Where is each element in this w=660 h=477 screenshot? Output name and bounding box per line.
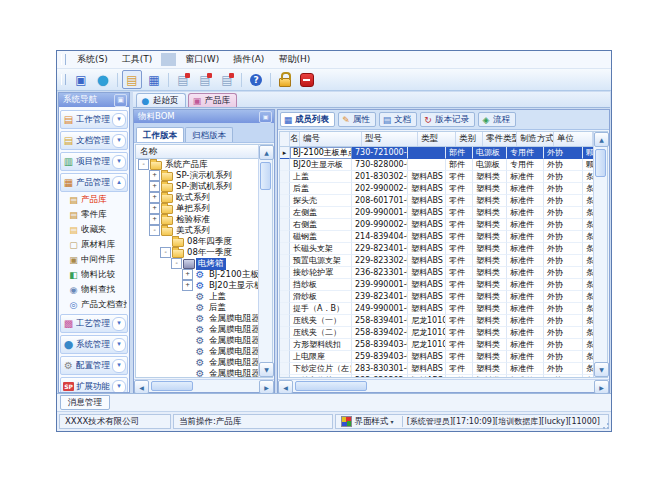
scroll-up-icon[interactable]: ▲	[259, 145, 274, 160]
scrollbar-thumb[interactable]	[260, 162, 271, 190]
sidebar-entry[interactable]: 物料比较	[60, 267, 128, 282]
table-row[interactable]: 上盖 201-830302-00I 塑料ABS 零件 塑料类 标准件 外协 条	[280, 171, 593, 183]
scroll-up-icon[interactable]: ▲	[594, 132, 609, 147]
tree-expander-icon[interactable]	[182, 346, 193, 357]
toolbar-button[interactable]	[71, 70, 91, 89]
toolbar-button[interactable]	[93, 70, 113, 89]
member-tab[interactable]: 版本记录	[420, 112, 475, 127]
toolbar-button[interactable]	[246, 70, 266, 89]
tree-node[interactable]: 上盖	[136, 291, 258, 302]
scroll-left-icon[interactable]: ◀	[278, 380, 293, 394]
chevron-icon[interactable]: ▾	[112, 380, 126, 393]
grid-horizontal-scrollbar[interactable]: ◀ ▶	[278, 379, 609, 392]
menu-item[interactable]	[161, 53, 176, 66]
chevron-icon[interactable]: ▾	[112, 134, 126, 148]
tree-node[interactable]: - 美式系列	[136, 225, 258, 236]
bom-version-tab[interactable]: 工作版本	[136, 127, 184, 142]
menu-item[interactable]: 插件(A)	[226, 52, 271, 67]
tree-vertical-scrollbar[interactable]: ▲ ▼	[258, 145, 272, 377]
tree-expander-icon[interactable]	[182, 302, 193, 313]
toolbar-button[interactable]	[270, 73, 271, 87]
column-header[interactable]: 零件类型	[483, 132, 517, 146]
scroll-down-icon[interactable]: ▼	[259, 362, 274, 377]
tree-expander-icon[interactable]	[182, 368, 193, 377]
table-row[interactable]: 下纱定位片（左） 283-830301-00I 塑料ABS 零件 塑料类 标准件…	[280, 363, 593, 375]
tree-node[interactable]: 金属膜电阻器	[136, 313, 258, 324]
column-header[interactable]: 名称	[290, 132, 300, 146]
table-row[interactable]: 右侧盖 209-990002-01I 塑料ABS 零件 塑料类 标准件 外协 条	[280, 219, 593, 231]
tree-node[interactable]: + 欧式系列	[136, 192, 258, 203]
chevron-icon[interactable]: ▾	[112, 155, 126, 169]
tree-node[interactable]: - 电烤箱	[136, 258, 258, 269]
table-row[interactable]: 上电限座 259-839403-00I 塑料ABS 零件 塑料类 标准件 外协 …	[280, 351, 593, 363]
tree-node[interactable]: 金属膜电阻器	[136, 335, 258, 346]
tree-expander-icon[interactable]: +	[149, 203, 160, 214]
scroll-left-icon[interactable]: ◀	[134, 380, 149, 394]
table-row[interactable]: 方形塑料线扣 258-839403-00I 尼龙1010 零件 塑料类 标准件 …	[280, 339, 593, 351]
document-tab[interactable]: 起始页	[136, 93, 186, 107]
grid-vertical-scrollbar[interactable]: ▲ ▼	[593, 132, 607, 377]
tree-expander-icon[interactable]	[182, 335, 193, 346]
sidebar-entry[interactable]: 系统管理 ▾	[60, 335, 128, 354]
member-tab[interactable]: 成员列表	[280, 112, 335, 127]
table-row[interactable]: 下纱定位片（右） 283-830302-00I 塑料ABS 零件 塑料类 标准件…	[280, 375, 593, 377]
sidebar-entry[interactable]: 工作管理 ▾	[60, 110, 128, 129]
table-row[interactable]: 接纱轮护罩 236-823301-00I 塑料ABS 零件 塑料类 标准件 外协…	[280, 267, 593, 279]
table-row[interactable]: 挡纱板 239-990001-01I 塑料ABS 零件 塑料类 标准件 外协 条	[280, 279, 593, 291]
tree-node[interactable]: + BJ20主显示板	[136, 280, 258, 291]
scroll-right-icon[interactable]: ▶	[594, 380, 609, 394]
sidebar-entry[interactable]: 原材料库	[60, 237, 128, 252]
sidebar-entry[interactable]: 产品库	[60, 192, 128, 207]
menu-item[interactable]: 窗口(W)	[178, 52, 226, 67]
toolbar-button[interactable]	[122, 70, 142, 89]
menu-item[interactable]: 帮助(H)	[271, 52, 317, 67]
sidebar-entry[interactable]: 工艺管理 ▾	[60, 314, 128, 333]
resize-grip[interactable]	[600, 420, 610, 430]
chevron-icon[interactable]: ▾	[112, 113, 126, 127]
tree-node[interactable]: 金属膜电阻器	[136, 324, 258, 335]
tree-node[interactable]: 金属膜电阻器	[136, 368, 258, 377]
sidebar-entry[interactable]: 中间件库	[60, 252, 128, 267]
tree-expander-icon[interactable]: +	[149, 192, 160, 203]
sidebar-entry[interactable]: 产品文档查找	[60, 297, 128, 312]
toolbar-button[interactable]	[144, 70, 164, 89]
message-manager-tab[interactable]: 消息管理	[60, 395, 110, 410]
toolbar-button[interactable]	[168, 73, 169, 87]
tree-expander-icon[interactable]	[160, 236, 171, 247]
toolbar-grip[interactable]	[61, 74, 66, 85]
table-row[interactable]: 磁钢盖 214-839404-01I 塑料ABS 零件 塑料类 标准件 外协 条	[280, 231, 593, 243]
menu-item[interactable]: 系统(S)	[70, 52, 115, 67]
tree-expander-icon[interactable]: -	[171, 258, 182, 269]
toolbar-button[interactable]	[275, 70, 295, 89]
chevron-icon[interactable]: ▾	[112, 317, 126, 331]
table-row[interactable]: 滑纱板 239-823401-00I 塑料ABS 零件 塑料类 标准件 外协 条	[280, 291, 593, 303]
column-header[interactable]: 单位	[554, 132, 593, 146]
tree-expander-icon[interactable]: -	[138, 159, 149, 170]
tree-node[interactable]: - 系统产品库	[136, 159, 258, 170]
tree-expander-icon[interactable]	[182, 324, 193, 335]
sidebar-entry[interactable]: 扩展功能 ▾	[60, 377, 128, 392]
tree-node[interactable]: 后盖	[136, 302, 258, 313]
tree-node[interactable]: + BJ-2100主板单点	[136, 269, 258, 280]
tree-expander-icon[interactable]	[182, 313, 193, 324]
pin-panel-icon[interactable]: ▣	[259, 111, 272, 123]
member-tab[interactable]: 流程	[478, 112, 516, 127]
toolbar-button[interactable]	[195, 70, 215, 89]
sidebar-options-icon[interactable]: ▣	[114, 94, 127, 107]
table-row[interactable]: 后盖 202-990002-01I 塑料ABS 零件 塑料类 标准件 外协 条	[280, 183, 593, 195]
tree-node[interactable]: + SP-演示机系列	[136, 170, 258, 181]
chevron-icon[interactable]: ▾	[112, 359, 126, 373]
sidebar-entry[interactable]: 零件库	[60, 207, 128, 222]
toolbar-button[interactable]	[117, 73, 118, 87]
member-tab[interactable]: 文档	[379, 112, 417, 127]
document-tab[interactable]: 产品库	[188, 93, 238, 107]
chevron-icon[interactable]: ▾	[112, 338, 126, 352]
tree-node[interactable]: + 检验标准	[136, 214, 258, 225]
table-row[interactable]: 压线夹（一） 258-839401-00I 尼龙1010 零件 塑料类 标准件 …	[280, 315, 593, 327]
table-row[interactable]: BJ20主显示板 730-828000-04I 部件 电源板 专用件 外协 颗	[280, 159, 593, 171]
table-row[interactable]: 预置电源支架 229-823302-00I 塑料ABS 零件 塑料类 标准件 外…	[280, 255, 593, 267]
tree-expander-icon[interactable]: -	[160, 247, 171, 258]
tree-node[interactable]: 金属膜电阻器	[136, 346, 258, 357]
table-row[interactable]: 压线夹（二） 258-839402-00I 尼龙1010 零件 塑料类 标准件 …	[280, 327, 593, 339]
column-header[interactable]: 类别	[456, 132, 483, 146]
